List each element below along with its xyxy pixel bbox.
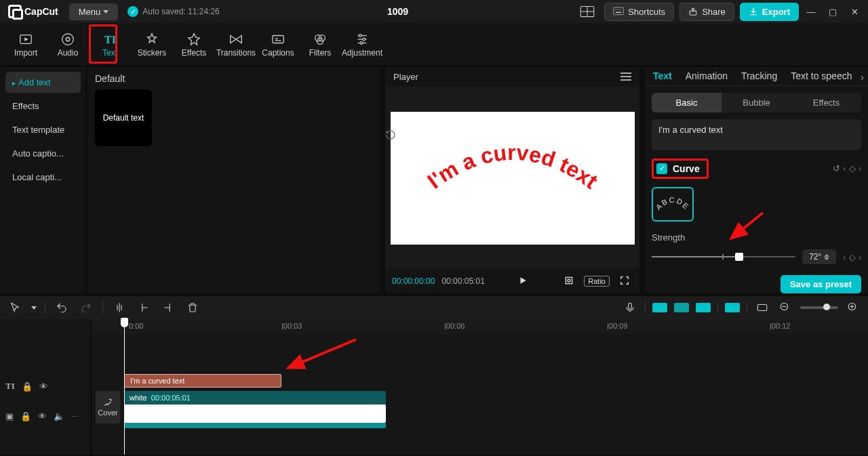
window-maximize[interactable]: ▢ — [823, 2, 842, 21]
tab-stickers-label: Stickers — [138, 48, 167, 58]
mute-icon[interactable]: 🔈 — [54, 411, 64, 421]
curve-preset-thumb[interactable]: ABCDE — [652, 187, 694, 222]
timeline-video-audio[interactable] — [124, 423, 386, 428]
sidebar-item-text-template[interactable]: Text template — [5, 119, 81, 140]
trim-right-tool[interactable] — [160, 299, 176, 316]
keyframe-icon[interactable]: ◇ — [849, 163, 856, 173]
trim-left-tool[interactable] — [136, 299, 152, 316]
tab-transitions[interactable]: Transitions — [216, 23, 256, 66]
fullscreen-icon[interactable] — [616, 274, 633, 289]
refresh-icon[interactable] — [385, 129, 396, 140]
tab-transitions-label: Transitions — [216, 48, 256, 58]
svg-point-11 — [62, 33, 74, 45]
svg-text:I'm a curved text: I'm a curved text — [422, 140, 602, 193]
rp-tab-tracking[interactable]: Tracking — [741, 70, 777, 81]
redo-button[interactable] — [78, 299, 94, 316]
tab-captions[interactable]: Captions — [258, 23, 298, 66]
gallery-item-default-text[interactable]: Default text — [95, 89, 152, 146]
svg-line-46 — [288, 339, 356, 368]
crop-icon[interactable] — [561, 274, 577, 289]
pointer-tool[interactable] — [7, 299, 23, 316]
ruler-tick: |00:06 — [444, 322, 465, 330]
shortcuts-button[interactable]: Shortcuts — [604, 3, 674, 21]
strength-stepper[interactable] — [824, 254, 829, 260]
sidebar-item-effects[interactable]: Effects — [5, 96, 81, 117]
window-minimize[interactable]: — — [802, 2, 821, 21]
sidebar-item-local-captions[interactable]: Local capti... — [5, 167, 81, 188]
zoom-slider[interactable] — [800, 306, 838, 309]
rp-tab-animation[interactable]: Animation — [686, 70, 728, 81]
ratio-button[interactable]: Ratio — [584, 276, 610, 287]
kf-prev-icon-2[interactable]: ‹ — [843, 252, 846, 262]
autosave-status: ✓ Auto saved: 11:24:26 — [127, 6, 219, 17]
track-more-icon[interactable]: ⋯ — [71, 413, 78, 420]
sidebar-item-auto-captions[interactable]: Auto captio... — [5, 143, 81, 164]
timeline-video-clip[interactable]: white 00:00:05:01 — [124, 391, 386, 404]
snap-toggle-3[interactable] — [696, 303, 711, 312]
tab-adjustment[interactable]: Adjustment — [342, 23, 382, 66]
tab-effects[interactable]: Effects — [174, 23, 214, 66]
svg-point-23 — [359, 34, 361, 37]
tab-audio[interactable]: Audio — [47, 23, 88, 66]
lock-icon[interactable]: 🔒 — [22, 381, 33, 392]
tab-stickers[interactable]: Stickers — [132, 23, 172, 66]
logo-icon — [8, 5, 22, 18]
zoom-thumb[interactable] — [823, 304, 830, 310]
rp-tab-text[interactable]: Text — [653, 70, 672, 81]
window-close[interactable]: ✕ — [845, 2, 864, 21]
split-tool[interactable] — [111, 299, 127, 316]
timeline-ruler[interactable]: 0:00 |00:03 |00:06 |00:09 |00:12 — [92, 319, 868, 334]
playhead[interactable] — [124, 319, 125, 455]
timeline-text-clip[interactable]: I'm a curved text — [124, 374, 281, 388]
snap-toggle-4[interactable] — [725, 303, 740, 312]
tab-filters[interactable]: Filters — [300, 23, 340, 66]
play-button[interactable] — [515, 274, 530, 289]
export-button[interactable]: Export — [740, 3, 799, 21]
keyframe-icon-2[interactable]: ◇ — [849, 252, 856, 262]
lock-icon-2[interactable]: 🔒 — [20, 411, 31, 421]
delete-tool[interactable] — [184, 299, 201, 316]
kf-prev-icon[interactable]: ‹ — [843, 163, 846, 173]
visibility-icon[interactable]: 👁 — [39, 381, 48, 392]
snap-toggle-1[interactable] — [652, 303, 667, 312]
tab-import[interactable]: Import — [5, 23, 46, 66]
kf-next-icon-2[interactable]: › — [859, 252, 861, 262]
visibility-icon-2[interactable]: 👁 — [38, 411, 47, 421]
svg-point-4 — [616, 9, 616, 10]
zoom-in-icon[interactable] — [845, 299, 861, 316]
snap-toggle-2[interactable] — [674, 303, 689, 312]
svg-text:ABCDE: ABCDE — [654, 196, 691, 211]
timeline-video-thumb[interactable] — [124, 404, 386, 423]
slider-thumb[interactable] — [735, 253, 743, 261]
tab-text[interactable]: TI Text — [90, 23, 130, 66]
rp-scroll-right-icon[interactable]: › — [861, 72, 864, 83]
kf-next-icon[interactable]: › — [859, 163, 861, 173]
player-canvas[interactable]: I'm a curved text — [391, 112, 635, 245]
text-content-input[interactable]: I'm a curved text — [652, 119, 861, 150]
project-title[interactable]: 1009 — [387, 6, 408, 17]
layout-icon[interactable] — [578, 3, 596, 20]
mic-icon[interactable] — [622, 299, 638, 316]
rp-sub-basic[interactable]: Basic — [652, 93, 722, 112]
sidebar-item-add-text[interactable]: Add text — [5, 72, 81, 93]
rp-tab-tts[interactable]: Text to speech — [791, 70, 852, 81]
share-button[interactable]: Share — [679, 3, 734, 21]
preview-icon[interactable] — [754, 299, 770, 316]
curve-checkbox[interactable]: ✓ — [656, 163, 667, 174]
rp-sub-bubble[interactable]: Bubble — [722, 93, 791, 112]
undo-button[interactable] — [54, 299, 70, 316]
strength-value-box[interactable]: 72° — [802, 249, 836, 264]
cover-button[interactable]: Cover — [96, 391, 120, 423]
slider-center-notch — [722, 254, 724, 260]
reset-icon[interactable]: ↺ — [833, 163, 840, 173]
pointer-dropdown-icon[interactable] — [31, 306, 37, 310]
strength-slider[interactable] — [652, 256, 795, 257]
player-menu-icon[interactable] — [620, 72, 631, 81]
save-preset-button[interactable]: Save as preset — [781, 275, 861, 293]
app-brand: CapCut — [4, 5, 62, 18]
svg-marker-27 — [521, 277, 526, 283]
rp-sub-effects[interactable]: Effects — [791, 93, 861, 112]
menu-button[interactable]: Menu — [69, 3, 119, 20]
zoom-out-icon[interactable] — [777, 299, 793, 316]
brand-label: CapCut — [24, 6, 58, 17]
